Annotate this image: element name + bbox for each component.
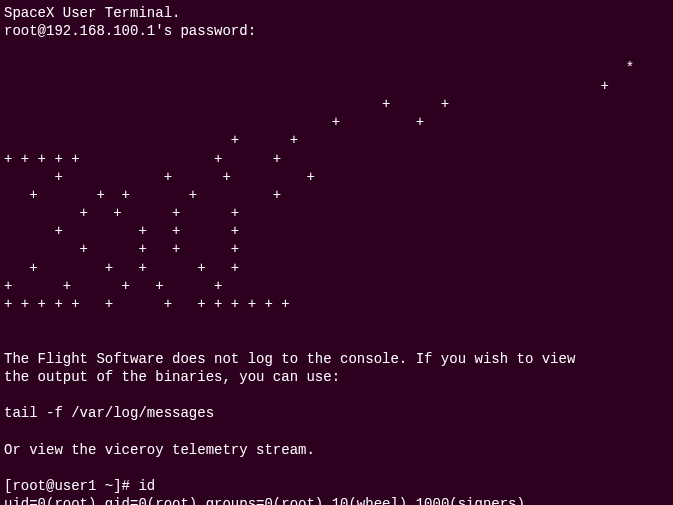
output-underline: 0 — [138, 496, 146, 505]
blank-line — [4, 386, 669, 404]
output-pre: uid=0(root) gid= — [4, 496, 138, 505]
tail-command-hint: tail -f /var/log/messages — [4, 404, 669, 422]
blank-line — [4, 313, 669, 331]
shell-command: id — [138, 478, 155, 494]
password-prompt: root@192.168.100.1's password: — [4, 22, 669, 40]
banner-title: SpaceX User Terminal. — [4, 4, 669, 22]
shell-prompt-prefix: [root@user1 ~]# — [4, 478, 138, 494]
blank-line — [4, 422, 669, 440]
message-line-2: the output of the binaries, you can use: — [4, 368, 669, 386]
shell-prompt-line[interactable]: [root@user1 ~]# id — [4, 477, 669, 495]
command-output: uid=0(root) gid=0(root) groups=0(root),1… — [4, 495, 669, 505]
ascii-art-logo: * + + + + + — [4, 59, 669, 314]
blank-line — [4, 40, 669, 58]
blank-line — [4, 331, 669, 349]
message-line-1: The Flight Software does not log to the … — [4, 350, 669, 368]
viceroy-hint: Or view the viceroy telemetry stream. — [4, 441, 669, 459]
output-post: (root) groups=0(root),10(wheel),1000(sig… — [147, 496, 525, 505]
blank-line — [4, 459, 669, 477]
